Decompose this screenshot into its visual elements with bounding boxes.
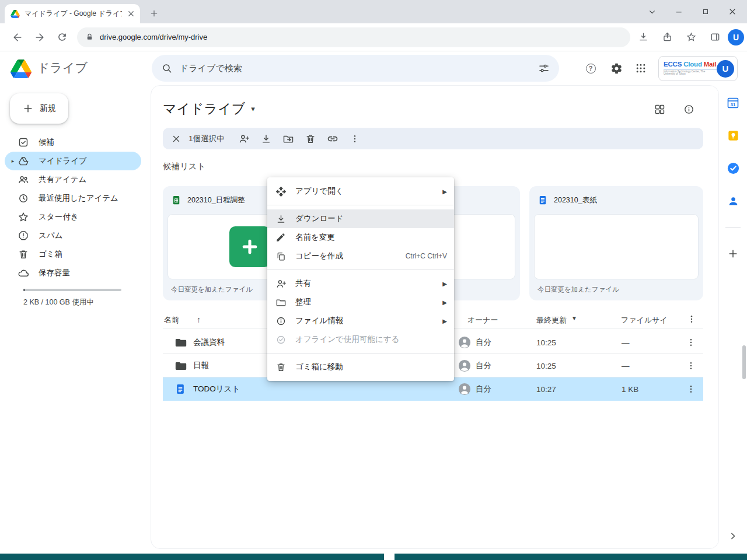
- file-size: —: [622, 338, 630, 346]
- menu-item-rename[interactable]: 名前を変更: [267, 228, 454, 247]
- card-thumbnail: [534, 214, 699, 279]
- drive-search-bar[interactable]: ドライブで検索: [152, 55, 559, 82]
- bookmark-star-icon[interactable]: [682, 28, 700, 47]
- file-row-selected[interactable]: TODOリスト 自分 10:27 1 KB: [163, 377, 703, 401]
- row-more-button[interactable]: [686, 337, 696, 348]
- sidebar-item-recent[interactable]: 最近使用したアイテム: [5, 189, 141, 208]
- cloud-icon: [18, 267, 29, 279]
- title-dropdown-icon[interactable]: ▾: [251, 104, 255, 113]
- menu-item-file-info[interactable]: ファイル情報 ▶: [267, 312, 454, 330]
- get-addons-button[interactable]: [727, 248, 739, 260]
- menu-item-download[interactable]: ダウンロード: [267, 209, 454, 228]
- calendar-icon[interactable]: 31: [726, 96, 740, 110]
- menu-item-open-with[interactable]: アプリで開く ▶: [267, 182, 454, 201]
- reload-button[interactable]: [53, 28, 71, 47]
- account-badge[interactable]: ECCS Cloud Mail Information Technology C…: [658, 56, 738, 81]
- column-header-size[interactable]: ファイルサイ: [621, 315, 668, 326]
- new-tab-button[interactable]: [146, 5, 162, 22]
- browser-tabstrip: マイドライブ - Google ドライブ: [0, 0, 747, 23]
- drive-account-avatar[interactable]: U: [717, 60, 734, 78]
- storage-used: [23, 289, 25, 291]
- offline-pin-icon: [275, 334, 287, 345]
- download-button[interactable]: [255, 128, 277, 149]
- storage-progress-bar: [23, 289, 121, 291]
- grid-view-toggle[interactable]: [652, 102, 667, 117]
- apps-grid-button[interactable]: [631, 59, 650, 78]
- menu-item-make-copy[interactable]: コピーを作成 Ctrl+C Ctrl+V: [267, 247, 454, 265]
- share-icon[interactable]: [658, 28, 676, 47]
- menu-item-share[interactable]: 共有 ▶: [267, 274, 454, 293]
- settings-button[interactable]: [607, 59, 626, 78]
- contacts-icon[interactable]: [726, 194, 740, 208]
- column-header-modified[interactable]: 最終更新: [536, 315, 567, 326]
- search-placeholder: ドライブで検索: [180, 63, 531, 74]
- tab-close-icon[interactable]: [127, 9, 135, 18]
- sidebar-item-starred[interactable]: スター付き: [5, 208, 141, 226]
- drive-favicon-icon: [11, 10, 20, 18]
- menu-divider: [267, 205, 454, 205]
- suggested-card[interactable]: 202310_表紙 今日変更を加えたファイル: [529, 186, 703, 300]
- forward-button[interactable]: [30, 28, 49, 47]
- side-panel-icon[interactable]: [706, 28, 724, 47]
- scrollbar-thumb[interactable]: [742, 345, 746, 379]
- browser-tab[interactable]: マイドライブ - Google ドライブ: [5, 4, 140, 23]
- help-button[interactable]: ?: [581, 59, 600, 78]
- sidebar-item-trash[interactable]: ゴミ箱: [5, 245, 141, 264]
- copy-link-button[interactable]: [322, 128, 344, 149]
- window-close-button[interactable]: [720, 0, 745, 23]
- info-icon: [275, 316, 287, 327]
- column-header-name[interactable]: 名前: [164, 315, 179, 326]
- download-icon: [260, 133, 272, 145]
- sort-ascending-icon[interactable]: ↑: [197, 315, 201, 324]
- sort-descending-icon[interactable]: ▼: [571, 315, 577, 321]
- sidebar-item-my-drive[interactable]: ▸ マイドライブ: [5, 152, 141, 170]
- drive-header: ドライブ ドライブで検索 ? ECCS Cloud Mail Informati…: [0, 51, 747, 85]
- column-header-more-icon[interactable]: [686, 314, 697, 324]
- trash-icon: [18, 249, 29, 260]
- row-more-button[interactable]: [686, 384, 696, 394]
- share-add-person-button[interactable]: [233, 128, 255, 149]
- details-button[interactable]: [681, 102, 696, 117]
- new-button[interactable]: 新規: [10, 93, 68, 124]
- search-options-icon[interactable]: [538, 62, 550, 74]
- search-icon[interactable]: [161, 62, 173, 74]
- sidebar-item-spam[interactable]: スパム: [5, 226, 141, 245]
- plus-icon: [727, 248, 739, 260]
- move-button[interactable]: [277, 128, 299, 149]
- sidebar-item-shared[interactable]: 共有アイテム: [5, 170, 141, 189]
- window-maximize-button[interactable]: [693, 0, 718, 23]
- brand-part-mail: Mail: [704, 61, 717, 68]
- back-button[interactable]: [8, 28, 27, 47]
- clear-selection-button[interactable]: [171, 134, 181, 144]
- suggested-section-title: 候補リスト: [163, 161, 206, 172]
- download-page-icon[interactable]: [634, 28, 652, 47]
- more-actions-button[interactable]: [344, 128, 366, 149]
- trash-icon: [275, 362, 287, 373]
- collapse-panel-chevron-icon[interactable]: [727, 530, 739, 542]
- keep-icon[interactable]: [726, 128, 740, 142]
- owner-avatar: [458, 359, 471, 372]
- address-bar[interactable]: drive.google.com/drive/my-drive: [77, 27, 630, 47]
- browser-profile-avatar[interactable]: U: [728, 29, 744, 46]
- expand-arrow-icon[interactable]: ▸: [8, 158, 18, 164]
- sidebar-item-suggested[interactable]: 候補: [5, 133, 141, 152]
- menu-item-organize[interactable]: 整理 ▶: [267, 293, 454, 312]
- trash-button[interactable]: [299, 128, 322, 149]
- page-title-text: マイドライブ: [163, 100, 245, 118]
- browser-toolbar: drive.google.com/drive/my-drive U: [0, 23, 747, 51]
- menu-shortcut: Ctrl+C Ctrl+V: [406, 252, 447, 260]
- row-more-button[interactable]: [686, 360, 696, 371]
- tab-search-chevron-icon[interactable]: [639, 0, 665, 23]
- lock-icon[interactable]: [85, 33, 94, 41]
- svg-text:31: 31: [731, 102, 735, 107]
- window-minimize-button[interactable]: [666, 0, 692, 23]
- page-title[interactable]: マイドライブ ▾: [163, 100, 255, 118]
- column-header-owner[interactable]: オーナー: [467, 315, 498, 326]
- pencil-icon: [275, 232, 287, 243]
- info-icon: [683, 103, 695, 116]
- file-size: —: [622, 361, 630, 370]
- tasks-icon[interactable]: [726, 161, 740, 175]
- menu-item-move-to-trash[interactable]: ゴミ箱に移動: [267, 358, 454, 376]
- card-file-name: 202310_表紙: [554, 195, 597, 205]
- sidebar-item-storage[interactable]: 保存容量: [5, 264, 141, 282]
